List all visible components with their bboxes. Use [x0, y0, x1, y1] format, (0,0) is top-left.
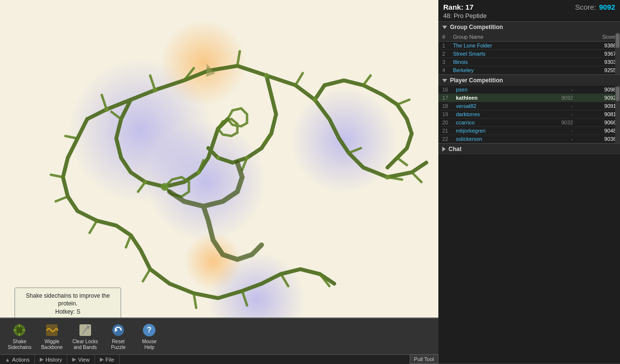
- svg-line-23: [363, 76, 371, 85]
- svg-point-26: [104, 107, 109, 112]
- score-cell: 9388: [566, 42, 620, 50]
- score-cell: 9255: [566, 66, 620, 75]
- menu-history[interactable]: ▶ History: [35, 355, 67, 364]
- player-competition-rows: 16 psen - 9098 17 kathleen 9092 9092 18 …: [438, 86, 620, 143]
- group-competition-header[interactable]: Group Competition: [438, 22, 620, 32]
- wiggle-icon: [44, 322, 60, 338]
- player-name-cell: psen: [452, 86, 534, 94]
- svg-line-13: [143, 269, 150, 281]
- right-panel: Rank: 17 Score: 9092 48: Pro Peptide Gro…: [438, 0, 620, 364]
- prev-score-cell: -: [534, 135, 577, 143]
- menu-view[interactable]: ▶ View: [67, 355, 95, 364]
- table-row[interactable]: 3 Illinois 9303: [438, 58, 620, 66]
- svg-line-8: [65, 136, 78, 138]
- puzzle-name: 48: Pro Peptide: [443, 12, 615, 19]
- table-row[interactable]: 21 mbjorkegren - 9048: [438, 127, 620, 135]
- player-competition-table-container: 16 psen - 9098 17 kathleen 9092 9092 18 …: [438, 86, 620, 143]
- player-competition-header[interactable]: Player Competition: [438, 75, 620, 86]
- scrollbar[interactable]: [615, 86, 620, 143]
- table-row[interactable]: 2 Street Smarts 9367: [438, 50, 620, 58]
- mouse-help-button[interactable]: ? MouseHelp: [135, 320, 164, 352]
- svg-point-47: [87, 326, 90, 329]
- svg-rect-44: [46, 324, 58, 336]
- mouse-help-label: MouseHelp: [142, 339, 156, 350]
- chat-header[interactable]: Chat: [438, 144, 620, 154]
- clear-locks-button[interactable]: Clear Locksand Bands: [68, 320, 102, 352]
- col-hash: #: [438, 32, 449, 42]
- curr-score-cell: 9092: [577, 94, 620, 102]
- table-row[interactable]: 20 ccarrico 9032 9066: [438, 119, 620, 127]
- table-row[interactable]: 22 sslickerson - 9038: [438, 135, 620, 143]
- menu-actions[interactable]: ▲ Actions: [0, 355, 35, 364]
- rank-cell: 17: [438, 94, 452, 102]
- header: Rank: 17 Score: 9092 48: Pro Peptide: [438, 0, 620, 22]
- menu-file[interactable]: ▶ File: [95, 355, 120, 364]
- table-row[interactable]: 16 psen - 9098: [438, 86, 620, 94]
- player-competition-table: 16 psen - 9098 17 kathleen 9092 9092 18 …: [438, 86, 620, 143]
- shake-icon: [12, 322, 27, 338]
- rank-cell: 4: [438, 66, 449, 75]
- clear-locks-icon: [78, 322, 93, 338]
- curr-score-cell: 9066: [577, 119, 620, 127]
- table-row[interactable]: 18 versat82 - 9091: [438, 102, 620, 110]
- svg-line-5: [349, 148, 361, 153]
- table-row[interactable]: 4 Berkeley 9255: [438, 66, 620, 75]
- rank-cell: 2: [438, 50, 449, 58]
- scrollbar-thumb: [616, 33, 620, 48]
- group-competition-table-container: # Group Name Score 1 The Lone Folder 938…: [438, 32, 620, 75]
- menu-actions-label: Actions: [12, 357, 30, 363]
- curr-score-cell: 9048: [577, 127, 620, 135]
- scrollbar-thumb: [616, 87, 620, 101]
- svg-line-10: [56, 197, 68, 201]
- score-cell: 9303: [566, 58, 620, 66]
- expand-icon: [442, 147, 446, 152]
- prev-score-cell: -: [534, 127, 577, 135]
- player-name-cell: kathleen: [452, 94, 534, 102]
- rank-display: Rank: 17: [443, 3, 474, 11]
- collapse-icon: [442, 26, 447, 29]
- collapse-icon: [442, 79, 447, 82]
- shake-sidechains-button[interactable]: ShakeSidechains: [4, 320, 35, 352]
- svg-point-29: [264, 73, 269, 78]
- reset-puzzle-button[interactable]: ResetPuzzle: [104, 320, 133, 352]
- rank-cell: 1: [438, 42, 449, 50]
- rank-cell: 3: [438, 58, 449, 66]
- reset-icon: [110, 322, 126, 338]
- rank-cell: 22: [438, 135, 452, 143]
- svg-line-16: [281, 274, 288, 286]
- score-area: Score: 9092: [575, 3, 615, 11]
- player-name-cell: versat82: [452, 102, 534, 110]
- tooltip: Shake sidechains to improve the protein.…: [15, 288, 121, 320]
- table-row[interactable]: 19 darktorres - 9081: [438, 110, 620, 119]
- svg-line-11: [90, 221, 97, 233]
- tool-buttons-bar: ShakeSidechains WiggleBackbone: [0, 318, 438, 354]
- player-name-cell: darktorres: [452, 110, 534, 119]
- menu-bar: ▲ Actions ▶ History ▶ View ▶ File: [0, 354, 438, 364]
- wiggle-label: WiggleBackbone: [41, 339, 62, 350]
- group-competition-section: Group Competition # Group Name Score 1 T…: [438, 22, 620, 75]
- curr-score-cell: 9081: [577, 110, 620, 119]
- curr-score-cell: 9091: [577, 102, 620, 110]
- table-row[interactable]: 1 The Lone Folder 9388: [438, 42, 620, 50]
- group-competition-title: Group Competition: [450, 24, 503, 30]
- pull-tool-button[interactable]: Pull Tool: [410, 354, 438, 364]
- score-label: Score:: [575, 3, 596, 11]
- scrollbar[interactable]: [615, 32, 620, 75]
- svg-line-4: [295, 73, 303, 85]
- rank-cell: 18: [438, 102, 452, 110]
- curr-score-cell: 9038: [577, 135, 620, 143]
- player-competition-title: Player Competition: [450, 77, 503, 84]
- group-competition-table: # Group Name Score 1 The Lone Folder 938…: [438, 32, 620, 75]
- svg-line-3: [237, 51, 240, 66]
- wiggle-backbone-button[interactable]: WiggleBackbone: [37, 320, 66, 352]
- prev-score-cell: 9092: [534, 94, 577, 102]
- name-cell: Illinois: [449, 58, 566, 66]
- svg-point-32: [143, 180, 147, 184]
- rank-cell: 21: [438, 127, 452, 135]
- table-row[interactable]: 17 kathleen 9092 9092: [438, 94, 620, 102]
- svg-line-18: [111, 112, 121, 119]
- menu-view-label: View: [78, 357, 90, 363]
- score-cell: 9367: [566, 50, 620, 58]
- player-name-cell: ccarrico: [452, 119, 534, 127]
- player-name-cell: sslickerson: [452, 135, 534, 143]
